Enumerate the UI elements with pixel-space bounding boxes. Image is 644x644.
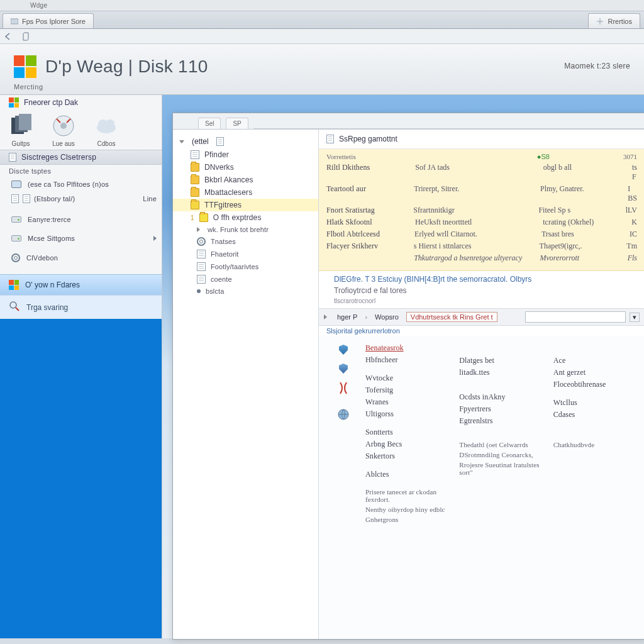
list-item[interactable]: Sontterts xyxy=(365,426,448,438)
windows-logo-icon xyxy=(9,280,19,290)
sidebar-footer-1[interactable]: O' yow n Fdares xyxy=(0,274,162,295)
list-item[interactable]: Fpyertrers xyxy=(459,403,541,415)
list-item[interactable]: Nenthy oibyrdop hiny edblc xyxy=(365,504,448,514)
inner-tabstrip: Sel SP xyxy=(173,113,644,130)
list-item[interactable]: Chatkhudbvde xyxy=(553,440,636,450)
sidebar-top[interactable]: Fneorer ctp Dak xyxy=(0,95,162,110)
detail-note: Thkutrargod a bsenretgoe ultyeracyMvorer… xyxy=(319,252,644,264)
list-item[interactable]: Ant gerzet xyxy=(553,367,636,379)
tree-header[interactable]: (ettel xyxy=(173,135,318,148)
toolbar xyxy=(0,29,644,44)
tab-strip: Fps Pos Iplorer Sore Rrertios xyxy=(0,11,644,29)
list-item[interactable]: Floceobtihrenase xyxy=(553,379,636,391)
main-area: Fneorer ctp Dak Guitps Lue aus Cdbos xyxy=(0,95,644,638)
content-area: Sel SP (ettel Pfinder DNverks Bkbrl Akan… xyxy=(162,95,644,638)
detail-row[interactable]: Riltl DkithensSof JA tadsobgl b allts F xyxy=(319,162,644,183)
list-item[interactable]: Tofersitg xyxy=(365,384,448,396)
svg-rect-3 xyxy=(19,114,31,130)
sidebar-item[interactable]: Mcse Sittgoms xyxy=(0,231,162,245)
tree-item-label: Tnatses xyxy=(211,238,236,245)
path-seg[interactable]: hger P xyxy=(333,312,361,322)
inner-tab[interactable]: SP xyxy=(226,118,248,129)
path-seg[interactable]: Wopsro xyxy=(371,312,402,322)
list-item[interactable]: Egtrenlstrs xyxy=(459,415,541,427)
quick-label: Cdbos xyxy=(97,140,116,147)
tree-item[interactable]: Tnatses xyxy=(173,235,318,248)
list-item[interactable]: Dlatges bet xyxy=(459,355,541,367)
detail-col-headers: Vorrettetis ●S8 3071 xyxy=(319,152,644,162)
tree-item[interactable]: bslcta xyxy=(173,286,318,297)
tree-item[interactable]: DNverks xyxy=(173,161,318,174)
list-item[interactable]: Wvtocke xyxy=(365,372,448,384)
list-item[interactable]: Ablctes xyxy=(365,469,448,480)
list-item[interactable]: Prisere tanecet ar ckodan fexrdort. xyxy=(365,487,448,504)
list-item[interactable]: Arbng Becs xyxy=(365,438,448,450)
tree-item[interactable]: Footly/taarivtes xyxy=(173,260,318,273)
list-item[interactable]: DSrotmndilng Ceonarcks, xyxy=(459,450,541,460)
quick-label: Lue aus xyxy=(52,140,75,147)
svg-point-5 xyxy=(60,123,67,129)
quick-item-leas[interactable]: Lue aus xyxy=(52,114,75,147)
tree-item[interactable]: 1O ffh exptrdes xyxy=(173,211,318,224)
expand-icon[interactable] xyxy=(324,314,327,319)
lower-icon-col xyxy=(328,342,359,633)
inner-tab[interactable]: Sel xyxy=(198,118,221,129)
list-item[interactable]: Rrojesre Sueutinat lratulstes sort" xyxy=(459,460,541,477)
lower-panel: Benateasrok Hbfncheer Wvtocke Tofersitg … xyxy=(319,336,644,639)
doc-icon xyxy=(9,153,16,162)
detail-row[interactable]: Fnort SratisrtagSfrartnnitkigrFiteel Sp … xyxy=(319,204,644,216)
sidebar-item-extra: Line xyxy=(143,195,157,203)
tree-item[interactable]: Mbattaclesers xyxy=(173,186,318,199)
dropdown-icon[interactable]: ▾ xyxy=(630,313,640,322)
sidebar-footer-2[interactable]: Trga svaring xyxy=(0,295,162,319)
sidebar-item[interactable]: (Etsbory tal/) Line xyxy=(0,191,162,206)
msg: Trofioytrcıd e fal tores xyxy=(334,286,407,295)
list-item[interactable]: litadk.ttes xyxy=(459,367,541,379)
quick-item-colors[interactable]: Cdbos xyxy=(94,114,118,147)
tree-item[interactable]: Fhaetorit xyxy=(173,248,318,260)
cloud-icon xyxy=(94,114,118,138)
path-search-input[interactable] xyxy=(525,311,626,323)
list-item[interactable]: Cdases xyxy=(553,409,636,421)
script-icon[interactable] xyxy=(21,32,30,41)
tab-label: Rrertios xyxy=(608,18,632,25)
detail-row[interactable]: Hlatk SkfootnlHeUksft tneortttetltcratin… xyxy=(319,216,644,228)
path-selected[interactable]: Vdhutrtsesck tk Rins Gret t xyxy=(406,312,497,322)
header-panel: D'p Weag | Disk 110 Mercting Maomek t:23… xyxy=(0,44,644,95)
tree-item[interactable]: TTFgitrees xyxy=(173,199,318,211)
list-item[interactable]: Wtcllus xyxy=(553,397,636,409)
list-item[interactable]: Ultigorss xyxy=(365,408,448,420)
detail-header-label: SsRpeg gamottnt xyxy=(339,135,397,143)
sidebar-item[interactable]: (ese ca Tso Plfitoes (n)os xyxy=(0,177,162,191)
sidebar-footer-label: O' yow n Fdares xyxy=(25,280,80,289)
back-icon[interactable] xyxy=(4,32,13,41)
tree-header-label: (ettel xyxy=(192,137,209,146)
chevron-right-icon xyxy=(153,236,157,241)
list-item[interactable]: Thedathl (oet Celwarrds xyxy=(459,440,541,450)
detail-row[interactable]: Teartootl aurTrirerpt, Sitrer.Plmy, Gnat… xyxy=(319,183,644,204)
quick-label: Guitps xyxy=(12,140,30,147)
disc-icon xyxy=(52,114,75,138)
lower-col-2: Dlatges bet litadk.ttes Ocdsts inAkny Fp… xyxy=(459,342,541,633)
list-item[interactable]: Hbfncheer xyxy=(365,354,448,366)
tab-properties[interactable]: Rrertios xyxy=(588,13,640,28)
tree-item[interactable]: coente xyxy=(173,273,318,286)
detail-row[interactable]: Flacyer Srikhervs Hierst i sttnlarcesTha… xyxy=(319,240,644,252)
tree-item[interactable]: Bkbrl Akances xyxy=(173,174,318,186)
quick-item-groups[interactable]: Guitps xyxy=(9,114,33,147)
list-item[interactable]: Snkertors xyxy=(365,450,448,462)
tree-item[interactable]: wk. Frunk tot brehtr xyxy=(173,224,318,235)
tree-item[interactable]: Pfinder xyxy=(173,148,318,161)
folder-icon xyxy=(199,213,208,222)
list-item[interactable]: Ocdsts inAkny xyxy=(459,391,541,403)
window-titlebar: Wdge xyxy=(0,0,644,11)
sidebar-item[interactable]: Eanyre:trerce xyxy=(0,213,162,226)
detail-row[interactable]: Flbotl AbtrlceesdErlyed wrll Citarnot.Tr… xyxy=(319,228,644,240)
sidebar-item[interactable]: ClVdebon xyxy=(0,250,162,265)
list-item[interactable]: Gnhetgrons xyxy=(365,514,448,525)
tab-main[interactable]: Fps Pos Iplorer Sore xyxy=(3,13,94,28)
detail-header: SsRpeg gamottnt xyxy=(319,130,644,149)
list-item[interactable]: Benateasrok xyxy=(365,342,448,354)
list-item[interactable]: Wranes xyxy=(365,396,448,408)
list-item[interactable]: Ace xyxy=(553,355,636,367)
